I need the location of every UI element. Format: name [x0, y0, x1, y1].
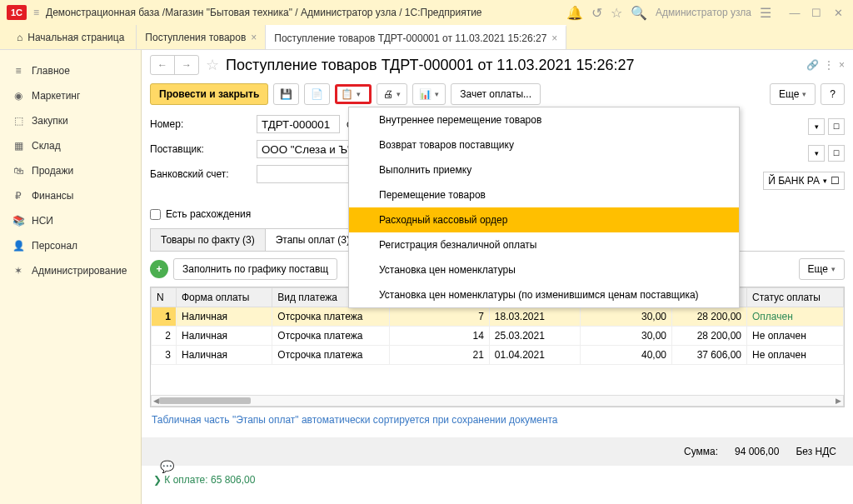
- table-row[interactable]: 1НаличнаяОтсрочка платежа718.03.202130,0…: [152, 307, 844, 327]
- number-input[interactable]: [257, 115, 340, 133]
- menu-item[interactable]: Выполнить приемку: [349, 157, 739, 182]
- search-icon[interactable]: 🔍: [631, 5, 647, 21]
- window-title: Демонстрационная база /Магазин "Бытовая …: [46, 7, 560, 18]
- marketing-icon: ◉: [12, 90, 25, 102]
- nav-label: Финансы: [32, 190, 73, 202]
- report-button[interactable]: 📊▾: [412, 83, 446, 105]
- nav-label: Склад: [32, 140, 61, 152]
- nav-finance[interactable]: ₽Финансы: [0, 183, 141, 208]
- star-icon[interactable]: ☆: [611, 5, 622, 21]
- bank-field-right[interactable]: Й БАНК РА ▾ ☐: [763, 172, 845, 190]
- print-button[interactable]: 🖨▾: [377, 83, 407, 105]
- tab-label: Поступления товаров: [145, 32, 246, 43]
- nav-purchases[interactable]: ⬚Закупки: [0, 108, 141, 133]
- col-n[interactable]: N: [152, 288, 177, 307]
- post-and-close-button[interactable]: Провести и закрыть: [150, 83, 268, 105]
- tab-label: Поступление товаров ТДРТ-000001 от 11.03…: [274, 32, 546, 44]
- nav-warehouse[interactable]: ▦Склад: [0, 133, 141, 158]
- more-icon[interactable]: ⋮: [824, 59, 834, 71]
- app-logo: 1C: [7, 5, 27, 20]
- maximize-button[interactable]: ☐: [808, 6, 825, 19]
- warehouse-icon: ▦: [12, 140, 25, 152]
- create-based-on-button[interactable]: 📋▾: [335, 84, 372, 104]
- menu-item[interactable]: Установка цен номенклатуры: [349, 257, 739, 282]
- nav-sales[interactable]: 🛍Продажи: [0, 158, 141, 183]
- minimize-button[interactable]: —: [786, 6, 803, 19]
- more-button[interactable]: Еще ▾: [770, 83, 816, 105]
- nav-label: Маркетинг: [32, 90, 80, 102]
- tab-home-label: Начальная страница: [27, 32, 124, 43]
- menu-item[interactable]: Возврат товаров поставщику: [349, 132, 739, 157]
- tab-home[interactable]: ⌂ Начальная страница: [5, 25, 137, 49]
- open-button[interactable]: ☐: [828, 118, 845, 135]
- document-title: Поступление товаров ТДРТ-000001 от 11.03…: [226, 57, 800, 74]
- create-based-on-menu: Внутреннее перемещение товаровВозврат то…: [348, 107, 740, 308]
- sum-value: 94 006,00: [735, 446, 779, 457]
- message-icon[interactable]: 💬: [160, 460, 174, 473]
- add-row-button[interactable]: +: [150, 260, 168, 278]
- discrepancy-checkbox[interactable]: [150, 209, 161, 220]
- nav-label: Администрирование: [32, 265, 127, 277]
- help-button[interactable]: ?: [821, 83, 845, 105]
- bank-label: Банковский счет:: [150, 168, 250, 180]
- personnel-icon: 👤: [12, 240, 25, 252]
- sub-more-button[interactable]: Еще ▾: [799, 258, 845, 280]
- nav-main[interactable]: ≡Главное: [0, 58, 141, 83]
- nav-label: Продажи: [32, 165, 73, 177]
- nav-label: Закупки: [32, 115, 68, 127]
- forward-button[interactable]: →: [175, 56, 198, 74]
- burger-icon[interactable]: ≡: [33, 7, 39, 18]
- close-doc-button[interactable]: ×: [839, 59, 845, 71]
- tab-receipt-doc[interactable]: Поступление товаров ТДРТ-000001 от 11.03…: [266, 25, 566, 49]
- col-status[interactable]: Статус оплаты: [747, 288, 844, 307]
- totals-footer: Сумма: 94 006,00 Без НДС: [142, 437, 853, 466]
- sum-label: Сумма:: [684, 446, 718, 457]
- col-form[interactable]: Форма оплаты: [177, 288, 272, 307]
- post-button[interactable]: 📄: [304, 83, 330, 105]
- main-icon: ≡: [12, 65, 25, 77]
- to-pay-link[interactable]: К оплате: 65 806,00: [164, 474, 255, 486]
- lookup-button[interactable]: ▾: [808, 145, 825, 162]
- tab-receipts[interactable]: Поступления товаров ×: [137, 25, 266, 49]
- open-button[interactable]: ☐: [828, 145, 845, 162]
- nav-label: Главное: [32, 65, 70, 77]
- back-button[interactable]: ←: [151, 56, 175, 74]
- link-icon[interactable]: 🔗: [806, 59, 819, 71]
- settings-icon[interactable]: ☰: [760, 5, 771, 21]
- nav-marketing[interactable]: ◉Маркетинг: [0, 83, 141, 108]
- tab-payment-stages[interactable]: Этапы оплат (3): [265, 228, 361, 251]
- purchases-icon: ⬚: [12, 115, 25, 127]
- menu-item[interactable]: Внутреннее перемещение товаров: [349, 107, 739, 132]
- sort-note: Табличная часть "Этапы оплат" автоматиче…: [142, 407, 853, 432]
- save-button[interactable]: 💾: [273, 83, 299, 105]
- close-icon[interactable]: ×: [251, 32, 257, 43]
- administration-icon: ✶: [12, 265, 25, 277]
- horizontal-scrollbar[interactable]: ◀ ▶: [151, 395, 844, 407]
- close-icon[interactable]: ×: [551, 32, 557, 44]
- user-label[interactable]: Администратор узла: [656, 7, 751, 18]
- menu-item[interactable]: Расходный кассовый ордер: [349, 207, 739, 232]
- discrepancy-label: Есть расхождения: [166, 208, 251, 220]
- nav-nsi[interactable]: 📚НСИ: [0, 208, 141, 233]
- home-icon: ⌂: [17, 32, 22, 43]
- supplier-label: Поставщик:: [150, 143, 250, 155]
- table-row[interactable]: 3НаличнаяОтсрочка платежа2101.04.202140,…: [152, 346, 844, 365]
- history-icon[interactable]: ↺: [591, 5, 602, 21]
- lookup-button[interactable]: ▾: [808, 118, 825, 135]
- sales-icon: 🛍: [12, 165, 25, 177]
- fill-by-schedule-button[interactable]: Заполнить по графику поставщ: [173, 258, 337, 280]
- number-label: Номер:: [150, 118, 250, 130]
- menu-item[interactable]: Регистрация безналичной оплаты: [349, 232, 739, 257]
- nav-personnel[interactable]: 👤Персонал: [0, 233, 141, 258]
- bell-icon[interactable]: 🔔: [566, 5, 583, 21]
- close-window-button[interactable]: ✕: [830, 6, 846, 19]
- menu-item[interactable]: Перемещение товаров: [349, 182, 739, 207]
- offset-payment-button[interactable]: Зачет оплаты...: [451, 83, 541, 105]
- navigation-sidebar: ≡Главное ◉Маркетинг ⬚Закупки ▦Склад 🛍Про…: [0, 50, 142, 504]
- tab-goods-fact[interactable]: Товары по факту (3): [150, 228, 266, 251]
- vat-label: Без НДС: [796, 446, 836, 457]
- table-row[interactable]: 2НаличнаяОтсрочка платежа1425.03.202130,…: [152, 327, 844, 346]
- favorite-toggle[interactable]: ☆: [206, 56, 219, 74]
- nav-administration[interactable]: ✶Администрирование: [0, 258, 141, 283]
- menu-item[interactable]: Установка цен номенклатуры (по изменивши…: [349, 282, 739, 307]
